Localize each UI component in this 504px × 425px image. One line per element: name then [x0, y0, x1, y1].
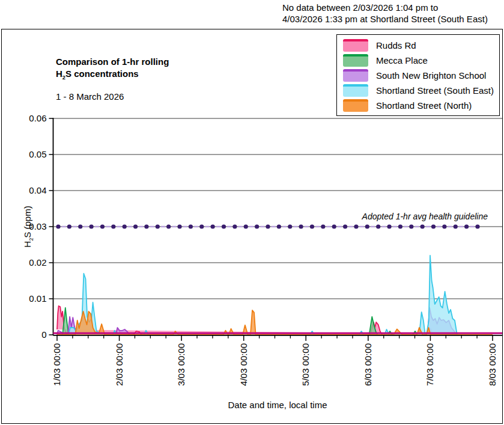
- guideline-dot: [332, 224, 336, 228]
- guideline-dot: [67, 224, 71, 228]
- x-tick-label: 2/03 00:00: [114, 343, 124, 386]
- chart-subtitle: 1 - 8 March 2026: [56, 91, 169, 102]
- legend-item: Rudds Rd: [337, 38, 499, 53]
- guideline-dot: [266, 224, 270, 228]
- figure: No data between 2/03/2026 1:04 pm to 4/0…: [0, 0, 504, 425]
- chart-title-line2: H2S concentrations: [56, 68, 169, 84]
- y-tick-label: 0.05: [29, 149, 46, 159]
- tick-labels: 00.010.020.030.040.050.061/03 00:002/03 …: [29, 113, 497, 386]
- x-tick-label: 4/03 00:00: [238, 343, 249, 386]
- x-tick-label: 5/03 00:00: [300, 343, 311, 386]
- legend-swatch: [343, 69, 368, 82]
- legend-item: Mecca Place: [337, 53, 499, 68]
- guideline-dot: [232, 224, 237, 228]
- guideline-dot: [421, 224, 425, 228]
- legend-swatch: [343, 54, 368, 67]
- guideline-dot: [442, 224, 446, 228]
- guideline-dot: [409, 224, 413, 228]
- title-h: H: [56, 69, 62, 79]
- guideline-dot: [365, 224, 369, 228]
- guideline-dot: [354, 224, 358, 228]
- legend-label: Mecca Place: [376, 55, 428, 66]
- guideline-dot: [475, 224, 479, 228]
- guideline-dot: [199, 224, 204, 228]
- guideline-dot: [100, 224, 105, 228]
- guideline-dot: [189, 224, 193, 228]
- y-tick-label: 0.01: [29, 293, 46, 304]
- guideline-dot: [177, 224, 181, 228]
- guideline-dot: [310, 224, 314, 228]
- legend-item: Shortland Street (South East): [337, 83, 499, 98]
- guideline-dot: [111, 224, 115, 228]
- x-tick-label: 3/03 00:00: [176, 343, 186, 386]
- guideline-dot: [431, 224, 436, 228]
- y-tick-label: 0.02: [29, 257, 46, 268]
- guideline-dot: [133, 224, 138, 228]
- legend-label: Shortland Street (North): [376, 100, 472, 111]
- chart-title-line1: Comparison of 1-hr rolling: [56, 56, 169, 68]
- x-axis-title: Date and time, local time: [228, 400, 327, 410]
- legend-swatch: [343, 84, 368, 97]
- guideline-dot: [166, 224, 171, 228]
- guideline-dot: [156, 224, 160, 228]
- legend-swatch: [343, 39, 368, 52]
- x-tick-label: 6/03 00:00: [363, 343, 373, 386]
- guideline-dot: [244, 224, 248, 228]
- legend-swatch: [343, 99, 368, 112]
- guideline-dot: [343, 224, 347, 228]
- legend-item: Shortland Street (North): [337, 98, 499, 113]
- guideline-dot: [288, 224, 292, 228]
- guideline-dot: [376, 224, 380, 228]
- legend: Rudds RdMecca PlaceSouth New Brighton Sc…: [336, 34, 500, 116]
- series-area: [57, 255, 502, 335]
- yaxis-sub2: 2: [28, 238, 34, 241]
- title-rest: S concentrations: [65, 69, 139, 79]
- x-tick-label: 8/03 00:00: [487, 343, 497, 386]
- yaxis-rest: S (ppm): [22, 206, 32, 237]
- guideline-dot: [211, 224, 215, 228]
- guideline-dot: [56, 224, 60, 228]
- y-tick-label: 0.06: [29, 113, 46, 123]
- chart-title-block: Comparison of 1-hr rolling H2S concentra…: [56, 56, 169, 102]
- guideline-dot: [398, 224, 402, 228]
- guideline-dot: [78, 224, 82, 228]
- guideline-dot: [277, 224, 281, 228]
- guideline-dot: [144, 224, 148, 228]
- guideline-dot: [464, 224, 469, 228]
- series-line: [57, 255, 493, 335]
- guideline-dot: [321, 224, 325, 228]
- guideline-dot: [387, 224, 391, 228]
- x-tick-label: 1/03 00:00: [52, 343, 62, 386]
- health-guideline: Adopted 1-hr avg health guideline: [56, 212, 488, 229]
- legend-label: Shortland Street (South East): [376, 85, 494, 96]
- guideline-dot: [90, 224, 94, 228]
- guideline-label: Adopted 1-hr avg health guideline: [362, 212, 488, 221]
- y-tick-label: 0: [41, 329, 46, 340]
- legend-label: Rudds Rd: [376, 40, 416, 50]
- guideline-dot: [454, 224, 458, 228]
- series-shortland-street-south-east-: [57, 255, 502, 335]
- legend-item: South New Brighton School: [337, 68, 499, 83]
- guideline-dot: [255, 224, 259, 228]
- guideline-dot: [299, 224, 303, 228]
- guideline-dot: [123, 224, 127, 228]
- yaxis-h: H: [22, 241, 32, 248]
- legend-label: South New Brighton School: [376, 70, 486, 81]
- y-axis-title: H2S (ppm): [22, 206, 34, 247]
- x-tick-label: 7/03 00:00: [425, 343, 435, 386]
- gridlines: [53, 118, 503, 299]
- guideline-dot: [222, 224, 226, 228]
- y-tick-label: 0.04: [29, 185, 46, 195]
